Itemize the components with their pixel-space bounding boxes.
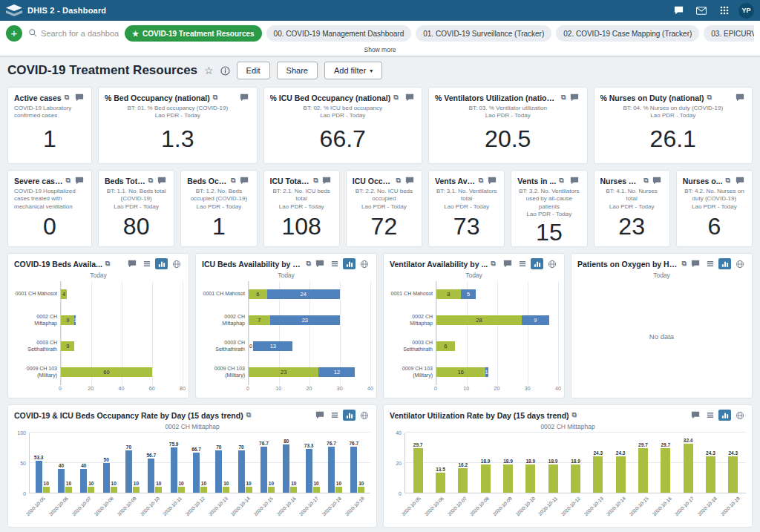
comment-icon[interactable] [733,175,746,186]
comment-icon[interactable] [313,410,326,421]
comment-icon[interactable] [313,258,326,269]
bar[interactable] [133,487,140,493]
table-icon[interactable] [704,410,716,421]
external-link-icon[interactable]: ⧉ [307,260,311,268]
comment-icon[interactable] [733,92,746,103]
info-icon[interactable] [220,66,230,76]
bar-segment[interactable]: 23 [270,315,340,325]
chart-icon[interactable] [531,258,543,269]
bar[interactable] [148,459,154,493]
bar[interactable] [413,448,423,493]
bar-segment[interactable]: 60 [61,367,152,377]
bar-segment[interactable]: 9 [522,315,549,325]
dashboard-chip[interactable]: 03. EPICURVE by Province [704,25,754,42]
external-link-icon[interactable]: ⧉ [725,177,730,185]
map-icon[interactable] [170,258,183,269]
dashboard-chip[interactable]: ★COVID-19 Treatment Resources [125,25,262,42]
bar-segment[interactable]: 16 [436,367,485,377]
chart-icon[interactable] [343,410,356,421]
bar[interactable] [215,450,222,493]
bar[interactable] [525,464,535,493]
bar[interactable] [661,448,670,493]
external-link-icon[interactable]: ⧉ [105,260,110,268]
bar[interactable] [436,473,445,493]
comment-icon[interactable] [155,175,168,186]
map-icon[interactable] [546,258,558,269]
bar[interactable] [571,464,580,493]
bar-segment[interactable]: 7 [249,315,270,325]
bar[interactable] [193,453,200,493]
bar[interactable] [178,487,185,493]
dashboard-search[interactable] [28,27,119,40]
dashboard-chip[interactable]: 02. COVID-19 Case Mapping (Tracker) [556,25,699,42]
comment-icon[interactable] [403,175,416,186]
bar[interactable] [313,487,320,493]
bar-segment[interactable]: 13 [253,341,292,351]
bar[interactable] [728,456,738,493]
table-icon[interactable] [140,258,153,269]
star-icon[interactable]: ☆ [204,65,214,76]
bar-segment[interactable]: 28 [436,315,522,325]
bar-segment[interactable]: 5 [461,289,476,299]
bar-segment[interactable]: 23 [249,367,318,377]
comment-icon[interactable] [403,92,416,103]
bar[interactable] [171,447,177,493]
map-icon[interactable] [733,258,746,269]
dashboard-chip[interactable]: 00. COVID-19 Management Dashboard [266,25,412,42]
bar[interactable] [261,447,267,493]
bar[interactable] [481,464,491,493]
bar-segment[interactable]: 9 [61,341,74,351]
bar[interactable] [593,456,603,493]
bar[interactable] [290,487,297,493]
comment-icon[interactable] [569,92,581,103]
bar[interactable] [80,469,87,493]
external-link-icon[interactable]: ⧉ [65,93,69,102]
bar[interactable] [238,450,245,493]
bar[interactable] [306,449,312,493]
show-more-link[interactable]: Show more [364,46,396,56]
bar[interactable] [223,487,229,493]
bar[interactable] [268,487,275,493]
bar[interactable] [103,463,110,493]
search-input[interactable] [41,29,119,38]
bar-segment[interactable]: 6 [436,341,455,351]
user-avatar[interactable]: YP [738,3,754,19]
external-link-icon[interactable]: ⧉ [393,93,398,102]
messages-icon[interactable] [692,2,710,19]
external-link-icon[interactable]: ⧉ [682,260,687,268]
comment-icon[interactable] [321,175,333,186]
comment-icon[interactable] [238,175,251,186]
comment-icon[interactable] [125,258,138,269]
comment-icon[interactable] [689,410,701,421]
external-link-icon[interactable]: ⧉ [313,177,318,185]
table-icon[interactable] [516,258,528,269]
bar[interactable] [328,447,335,493]
bar[interactable] [58,469,65,493]
external-link-icon[interactable]: ⧉ [246,411,251,419]
edit-button[interactable]: Edit [237,62,270,79]
comment-icon[interactable] [238,92,251,103]
bar[interactable] [125,450,132,493]
bar[interactable] [503,464,513,493]
bar-segment[interactable]: 9 [61,315,74,325]
bar[interactable] [88,487,94,493]
external-link-icon[interactable]: ⧉ [148,177,153,185]
interpretations-icon[interactable] [669,2,687,19]
external-link-icon[interactable]: ⧉ [231,177,235,185]
bar-segment[interactable]: 12 [318,367,355,377]
bar-segment[interactable]: 6 [249,289,267,299]
external-link-icon[interactable]: ⧉ [213,93,217,102]
table-icon[interactable] [704,258,716,269]
bar-segment[interactable]: 8 [436,289,461,299]
bar[interactable] [283,444,289,493]
bar[interactable] [200,487,207,493]
external-link-icon[interactable]: ⧉ [559,177,563,185]
add-filter-button[interactable]: Add filter ▾ [324,62,382,79]
external-link-icon[interactable]: ⧉ [479,177,483,185]
bar[interactable] [548,464,558,493]
bar-segment[interactable]: 1 [485,367,488,377]
bar-segment[interactable]: 1 [74,315,76,325]
chart-icon[interactable] [718,410,731,421]
bar[interactable] [155,487,162,493]
comment-icon[interactable] [569,175,581,186]
